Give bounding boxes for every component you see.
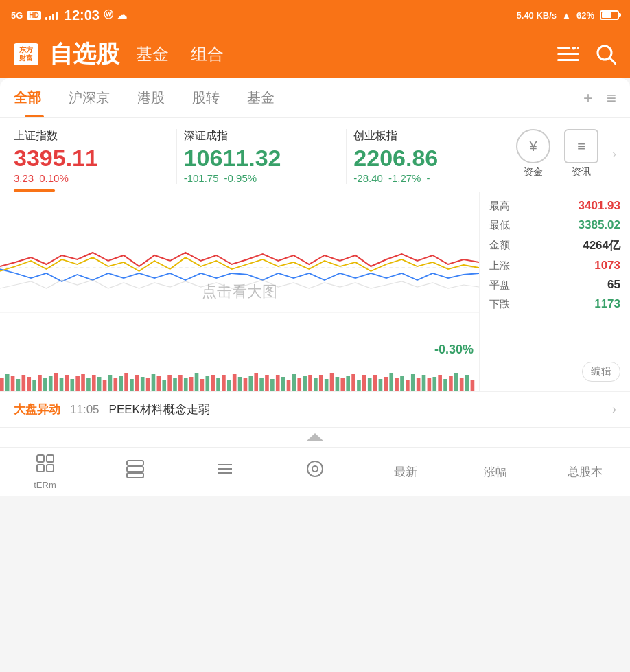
svg-rect-24 — [75, 376, 80, 391]
tab-hongkong[interactable]: 港股 — [124, 78, 178, 117]
svg-rect-68 — [314, 378, 318, 391]
index-shanghai-value: 3395.11 — [14, 146, 163, 170]
status-icon-2: ☁ — [117, 10, 127, 21]
search-icon[interactable] — [596, 44, 616, 65]
bottom-nav-item-1[interactable]: tERm — [0, 454, 90, 490]
news-btn[interactable]: ≡ 资讯 — [564, 129, 598, 178]
tab-shanghai[interactable]: 沪深京 — [55, 78, 124, 117]
svg-rect-46 — [195, 373, 199, 391]
status-icon-1: ⓦ — [104, 9, 113, 21]
svg-rect-69 — [319, 375, 323, 391]
shenzhen-change2: -0.95% — [224, 172, 257, 184]
svg-rect-27 — [92, 375, 96, 391]
tab-transfer[interactable]: 股转 — [178, 78, 233, 117]
svg-rect-26 — [86, 378, 91, 391]
index-chinext-change: -28.40 -1.27% - — [353, 172, 502, 184]
svg-rect-13 — [16, 379, 21, 391]
svg-rect-89 — [428, 378, 432, 391]
edit-button[interactable]: 编辑 — [582, 362, 620, 382]
stat-low-value: 3385.02 — [579, 218, 620, 232]
index-chinext[interactable]: 创业板指 2206.86 -28.40 -1.27% - — [353, 129, 509, 184]
chart-left[interactable]: 3401.93 3381.83 1682万 0.30% -0.30% — [0, 192, 479, 391]
shanghai-change1: 3.23 — [14, 172, 34, 184]
menu-icon[interactable]: ≡ — [607, 89, 616, 108]
stat-rise-value: 1073 — [594, 259, 620, 273]
svg-rect-41 — [167, 375, 172, 391]
tab-fund[interactable]: 基金 — [233, 78, 288, 117]
bottom-nav-item-2[interactable] — [90, 459, 180, 485]
svg-rect-79 — [373, 375, 377, 391]
svg-rect-83 — [395, 378, 399, 391]
stat-fall-label: 下跌 — [489, 298, 510, 311]
svg-rect-23 — [70, 379, 74, 391]
news-ticker[interactable]: 大盘异动 11:05 PEEK材料概念走弱 › — [0, 391, 630, 427]
svg-rect-84 — [400, 376, 404, 391]
svg-rect-73 — [340, 378, 345, 391]
expand-indicator[interactable] — [0, 427, 630, 447]
ticker-text: PEEK材料概念走弱 — [109, 402, 603, 417]
index-shanghai[interactable]: 上证指数 3395.11 3.23 0.10% — [14, 129, 170, 184]
expand-arrow-icon — [305, 432, 325, 443]
svg-rect-25 — [81, 374, 85, 391]
money-btn[interactable]: ¥ 资金 — [516, 129, 550, 178]
svg-rect-95 — [460, 378, 464, 391]
stat-flat-label: 平盘 — [489, 279, 510, 292]
shenzhen-change1: -101.75 — [184, 172, 219, 184]
svg-rect-99 — [37, 455, 44, 462]
index-shenzhen[interactable]: 深证成指 10611.32 -101.75 -0.95% — [184, 129, 340, 184]
svg-marker-98 — [306, 433, 324, 441]
svg-rect-101 — [37, 465, 44, 472]
svg-rect-16 — [32, 380, 36, 391]
divider-1 — [176, 129, 177, 184]
svg-rect-82 — [389, 373, 393, 391]
brand-line1: 东方 — [18, 46, 34, 54]
chart-pct-bottom: -0.30% — [434, 343, 474, 357]
stat-fall: 下跌 1173 — [489, 297, 620, 311]
hd-label: HD — [27, 11, 40, 20]
svg-rect-54 — [238, 377, 242, 391]
svg-rect-37 — [146, 378, 150, 391]
nav-tab-portfolio[interactable]: 组合 — [191, 43, 224, 65]
settings-icon[interactable] — [557, 47, 579, 62]
svg-rect-39 — [157, 376, 161, 391]
svg-rect-91 — [438, 375, 442, 391]
bottom-nav-icon-1 — [36, 454, 55, 477]
nav-tab-fund[interactable]: 基金 — [136, 43, 169, 65]
svg-rect-86 — [411, 374, 415, 391]
index-section: 上证指数 3395.11 3.23 0.10% 深证成指 10611.32 -1… — [0, 118, 630, 192]
index-chinext-value: 2206.86 — [353, 146, 502, 170]
tab-all[interactable]: 全部 — [14, 78, 55, 117]
bottom-nav-item-6[interactable]: 涨幅 — [450, 464, 540, 480]
ticker-time: 11:05 — [70, 403, 100, 417]
stat-low: 最低 3385.02 — [489, 218, 620, 232]
svg-rect-1 — [557, 53, 579, 55]
chart-section[interactable]: 3401.93 3381.83 1682万 0.30% -0.30% — [0, 192, 630, 391]
svg-rect-14 — [22, 375, 26, 391]
battery-percent: 62% — [576, 10, 594, 21]
bottom-nav-item-3[interactable] — [180, 459, 270, 485]
stat-flat-value: 65 — [607, 278, 620, 292]
money-icon: ¥ — [516, 129, 550, 163]
bottom-nav: tERm 最新 — [0, 447, 630, 496]
filter-tabs: 全部 沪深京 港股 股转 基金 + ≡ — [0, 78, 630, 118]
svg-rect-43 — [178, 375, 183, 391]
stat-amount: 金额 4264亿 — [489, 237, 620, 253]
bottom-nav-item-4[interactable] — [270, 459, 360, 485]
svg-rect-67 — [308, 375, 312, 391]
svg-rect-105 — [127, 473, 143, 478]
svg-rect-6 — [0, 192, 479, 343]
svg-rect-12 — [11, 376, 15, 391]
svg-rect-72 — [336, 377, 340, 391]
bottom-nav-item-7[interactable]: 总股本 — [540, 464, 630, 480]
bottom-nav-item-5[interactable]: 最新 — [360, 464, 450, 480]
news-label: 资讯 — [572, 166, 591, 178]
stat-flat: 平盘 65 — [489, 278, 620, 292]
svg-rect-51 — [222, 375, 226, 391]
svg-rect-59 — [265, 375, 269, 391]
status-bar: 5G HD 12:03 ⓦ ☁ 5.40 KB/s ▲ 62% — [0, 0, 630, 30]
svg-rect-42 — [173, 378, 177, 391]
svg-point-109 — [307, 461, 323, 476]
add-icon[interactable]: + — [583, 89, 593, 108]
svg-rect-94 — [454, 373, 458, 391]
network-label: 5G — [11, 10, 23, 21]
